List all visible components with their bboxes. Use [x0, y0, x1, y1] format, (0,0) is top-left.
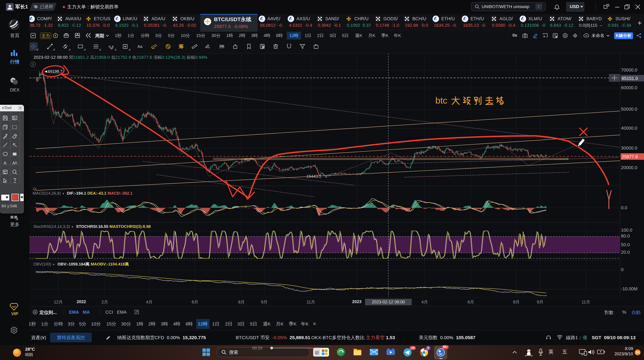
svg-text:5: 5 — [112, 47, 113, 50]
svg-text:Aa: Aa — [137, 44, 142, 49]
svg-text:btc: btc — [435, 95, 447, 106]
svg-text:w: w — [4, 172, 6, 174]
svg-text:A: A — [4, 160, 6, 165]
